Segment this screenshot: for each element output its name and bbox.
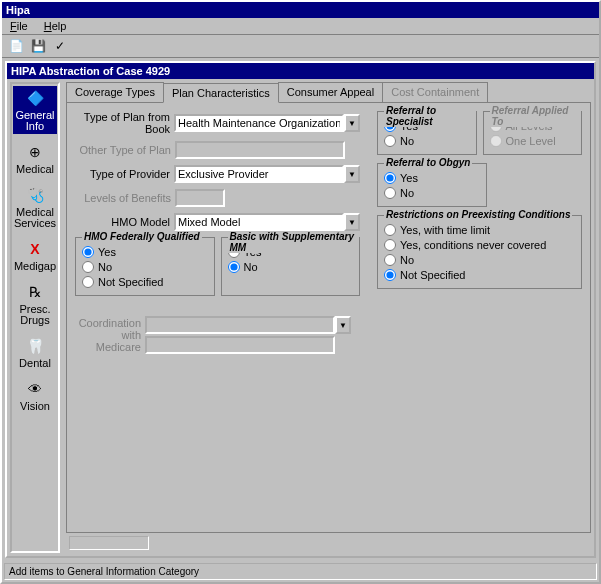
type-of-provider-input[interactable] <box>174 165 344 183</box>
toolbar-icon-1[interactable]: 📄 <box>8 38 24 54</box>
tab-consumer-appeal[interactable]: Consumer Appeal <box>278 82 383 102</box>
sidebar-item-medical-services[interactable]: 🩺 Medical Services <box>13 183 57 231</box>
sidebar-item-label: General Info <box>13 110 57 132</box>
group-title: Referral Applied To <box>490 105 582 127</box>
radio-preexist-no[interactable]: No <box>384 254 575 266</box>
sidebar-item-label: Vision <box>20 401 50 412</box>
radio-preexist-yes-never[interactable]: Yes, conditions never covered <box>384 239 575 251</box>
radio-preexist-ns[interactable]: Not Specified <box>384 269 575 281</box>
vision-icon: 👁 <box>25 379 45 399</box>
other-type-input <box>175 141 345 159</box>
toolbar: 📄 💾 ✓ <box>2 35 599 58</box>
menubar: File Help <box>2 18 599 35</box>
sidebar: 🔷 General Info ⊕ Medical 🩺 Medical Servi… <box>10 82 60 553</box>
sidebar-item-presc-drugs[interactable]: ℞ Presc. Drugs <box>13 280 57 328</box>
sidebar-item-label: Presc. Drugs <box>13 304 57 326</box>
radio-ref-applied-one: One Level <box>490 135 576 147</box>
tab-strip: Coverage Types Plan Characteristics Cons… <box>66 82 591 102</box>
hmo-model-input[interactable] <box>174 213 344 231</box>
group-referral-obgyn: Referral to Obgyn Yes No <box>377 163 487 207</box>
label-coord: Coordination with Medicare <box>75 317 145 353</box>
services-icon: 🩺 <box>25 185 45 205</box>
group-title: Basic with Supplementary MM <box>228 231 360 253</box>
radio-hmo-fq-ns[interactable]: Not Specified <box>82 276 208 288</box>
menu-file[interactable]: File <box>6 19 32 33</box>
label-type-of-plan: Type of Plan from Book <box>75 111 174 135</box>
label-type-of-provider: Type of Provider <box>75 168 174 180</box>
sidebar-item-label: Medical Services <box>13 207 57 229</box>
medigap-icon: X <box>25 239 45 259</box>
save-icon[interactable]: 💾 <box>30 38 46 54</box>
group-title: Referral to Specialist <box>384 105 476 127</box>
group-title: HMO Federally Qualified <box>82 231 202 242</box>
menu-help[interactable]: Help <box>40 19 71 33</box>
dental-icon: 🦷 <box>25 336 45 356</box>
window-title: Hipa <box>6 4 30 16</box>
levels-benefits-input <box>175 189 225 207</box>
radio-basic-mm-no[interactable]: No <box>228 261 354 273</box>
tab-panel: Type of Plan from Book ▼ Other Type of P… <box>66 102 591 533</box>
group-preexisting: Restrictions on Preexisting Conditions Y… <box>377 215 582 289</box>
sidebar-item-dental[interactable]: 🦷 Dental <box>13 334 57 371</box>
progress-bar <box>69 536 149 550</box>
group-title: Restrictions on Preexisting Conditions <box>384 209 572 220</box>
medical-icon: ⊕ <box>25 142 45 162</box>
coordination-input <box>145 316 335 334</box>
radio-hmo-fq-yes[interactable]: Yes <box>82 246 208 258</box>
tab-cost-containment: Cost Containment <box>382 82 488 102</box>
radio-ref-obgyn-no[interactable]: No <box>384 187 480 199</box>
group-referral-applied: Referral Applied To All Levels One Level <box>483 111 583 155</box>
toolbar-icon-3[interactable]: ✓ <box>52 38 68 54</box>
status-bar: Add items to General Information Categor… <box>4 563 597 580</box>
group-referral-specialist: Referral to Specialist Yes No <box>377 111 477 155</box>
group-title: Referral to Obgyn <box>384 157 472 168</box>
tab-plan-characteristics[interactable]: Plan Characteristics <box>163 83 279 103</box>
chevron-down-icon[interactable]: ▼ <box>344 114 360 132</box>
radio-hmo-fq-no[interactable]: No <box>82 261 208 273</box>
coordination-input-2 <box>145 336 335 354</box>
label-other-type: Other Type of Plan <box>75 144 175 156</box>
group-basic-mm: Basic with Supplementary MM Yes No <box>221 237 361 296</box>
group-hmo-fq: HMO Federally Qualified Yes No Not Speci… <box>75 237 215 296</box>
sidebar-item-label: Medical <box>16 164 54 175</box>
subwindow-title: HIPA Abstraction of Case 4929 <box>7 63 594 79</box>
sidebar-item-medigap[interactable]: X Medigap <box>13 237 57 274</box>
tab-coverage-types[interactable]: Coverage Types <box>66 82 164 102</box>
chevron-down-icon[interactable]: ▼ <box>344 165 360 183</box>
radio-preexist-yes-limit[interactable]: Yes, with time limit <box>384 224 575 236</box>
sidebar-item-medical[interactable]: ⊕ Medical <box>13 140 57 177</box>
radio-ref-obgyn-yes[interactable]: Yes <box>384 172 480 184</box>
radio-ref-spec-no[interactable]: No <box>384 135 470 147</box>
sidebar-item-general-info[interactable]: 🔷 General Info <box>13 86 57 134</box>
info-icon: 🔷 <box>25 88 45 108</box>
chevron-down-icon[interactable]: ▼ <box>335 316 351 334</box>
rx-icon: ℞ <box>25 282 45 302</box>
chevron-down-icon[interactable]: ▼ <box>344 213 360 231</box>
sidebar-item-vision[interactable]: 👁 Vision <box>13 377 57 414</box>
type-of-plan-input[interactable] <box>174 114 344 132</box>
label-hmo-model: HMO Model <box>75 216 174 228</box>
titlebar: Hipa <box>2 2 599 18</box>
sidebar-item-label: Medigap <box>14 261 56 272</box>
label-levels-benefits: Levels of Benefits <box>75 192 175 204</box>
sidebar-item-label: Dental <box>19 358 51 369</box>
